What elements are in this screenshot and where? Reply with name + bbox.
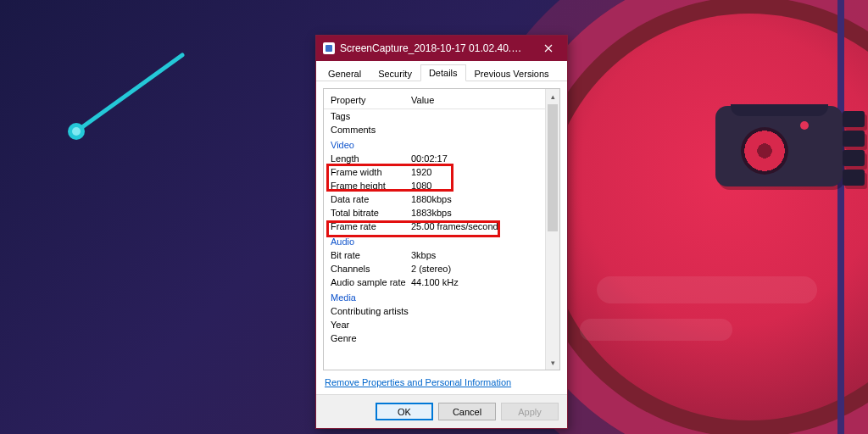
property-name: Genre xyxy=(331,333,411,343)
property-name: Data rate xyxy=(331,194,411,204)
cancel-button[interactable]: Cancel xyxy=(438,403,496,420)
property-row[interactable]: Frame width1920 xyxy=(324,165,559,179)
tab-general[interactable]: General xyxy=(320,65,370,81)
svg-line-0 xyxy=(76,55,182,131)
property-name: Audio sample rate xyxy=(331,277,411,287)
property-value: 44.100 kHz xyxy=(411,277,542,287)
property-row[interactable]: Data rate1880kbps xyxy=(324,192,559,206)
apply-button[interactable]: Apply xyxy=(501,403,559,420)
property-name: Audio xyxy=(331,236,411,247)
wallpaper-satellite xyxy=(715,106,860,195)
property-name: Contributing artists xyxy=(331,306,411,316)
property-name: Media xyxy=(331,292,411,303)
property-name: Channels xyxy=(331,264,411,274)
properties-dialog: ScreenCapture_2018-10-17 01.02.40.mp4 Pr… xyxy=(315,35,568,429)
details-panel: Property Value TagsCommentsVideoLength00… xyxy=(316,81,567,394)
titlebar[interactable]: ScreenCapture_2018-10-17 01.02.40.mp4 Pr… xyxy=(316,36,567,61)
property-row[interactable]: Frame rate25.00 frames/second xyxy=(324,220,559,233)
property-row[interactable]: Length00:02:17 xyxy=(324,152,559,165)
file-icon xyxy=(323,42,335,54)
tab-previous-versions[interactable]: Previous Versions xyxy=(466,65,558,81)
close-icon xyxy=(544,44,553,53)
property-name: Frame height xyxy=(331,181,411,191)
property-list[interactable]: Property Value TagsCommentsVideoLength00… xyxy=(323,88,560,370)
property-name: Frame width xyxy=(331,167,411,177)
property-value: 2 (stereo) xyxy=(411,264,542,274)
property-name: Tags xyxy=(331,111,411,121)
tab-details[interactable]: Details xyxy=(420,64,466,81)
property-row[interactable]: Contributing artists xyxy=(324,304,559,318)
ok-button[interactable]: OK xyxy=(376,403,433,420)
property-row[interactable]: Bit rate3kbps xyxy=(324,248,559,262)
property-row[interactable]: Year xyxy=(324,318,559,331)
property-value: 1920 xyxy=(411,167,542,177)
property-value: 1883kbps xyxy=(411,208,542,218)
property-row[interactable]: Comments xyxy=(324,123,559,136)
property-row[interactable]: Total bitrate1883kbps xyxy=(324,206,559,220)
remove-properties-link[interactable]: Remove Properties and Personal Informati… xyxy=(323,370,560,391)
property-name: Total bitrate xyxy=(331,208,411,218)
window-title: ScreenCapture_2018-10-17 01.02.40.mp4 Pr… xyxy=(340,42,530,54)
property-row[interactable]: Audio xyxy=(324,235,559,248)
property-name: Year xyxy=(331,320,411,330)
wallpaper-planet xyxy=(529,0,868,434)
property-row[interactable]: Frame height1080 xyxy=(324,179,559,192)
header-value[interactable]: Value xyxy=(411,95,542,105)
scrollbar[interactable]: ▴ ▾ xyxy=(545,89,559,370)
list-header: Property Value xyxy=(324,91,559,109)
button-bar: OK Cancel Apply xyxy=(316,394,567,428)
property-name: Comments xyxy=(331,125,411,135)
property-row[interactable]: Media xyxy=(324,291,559,304)
scroll-up-icon[interactable]: ▴ xyxy=(546,89,559,103)
wallpaper-stripe xyxy=(837,0,844,434)
scrollbar-thumb[interactable] xyxy=(548,104,558,231)
property-name: Video xyxy=(331,140,411,150)
property-name: Frame rate xyxy=(331,221,411,231)
property-row[interactable]: Genre xyxy=(324,331,559,345)
scroll-down-icon[interactable]: ▾ xyxy=(546,355,559,370)
svg-point-1 xyxy=(68,123,85,140)
property-row[interactable]: Channels2 (stereo) xyxy=(324,262,559,275)
property-value: 3kbps xyxy=(411,250,542,260)
comet-icon xyxy=(51,51,186,153)
property-row[interactable]: Video xyxy=(324,138,559,152)
property-value: 1080 xyxy=(411,181,542,191)
header-property[interactable]: Property xyxy=(331,95,411,105)
property-name: Length xyxy=(331,153,411,164)
svg-point-2 xyxy=(72,127,81,136)
close-button[interactable] xyxy=(530,36,567,61)
property-value: 1880kbps xyxy=(411,194,542,204)
property-value: 25.00 frames/second xyxy=(411,221,542,231)
property-name: Bit rate xyxy=(331,250,411,260)
property-value: 00:02:17 xyxy=(411,153,542,164)
property-row[interactable]: Tags xyxy=(324,109,559,123)
tab-strip: General Security Details Previous Versio… xyxy=(316,61,567,81)
tab-security[interactable]: Security xyxy=(370,65,420,81)
property-row[interactable]: Audio sample rate44.100 kHz xyxy=(324,275,559,289)
